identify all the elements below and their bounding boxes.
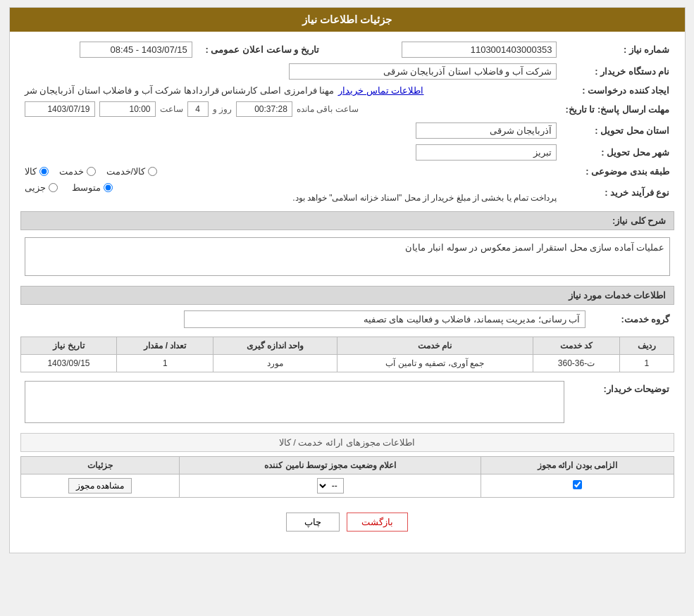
announce-date-label: تاریخ و ساعت اعلان عمومی :	[197, 39, 323, 61]
need-number-label: شماره نیاز :	[561, 39, 674, 61]
creator-value-cell: اطلاعات تماس خریدار مهنا فرامرزی اصلی کا…	[20, 82, 562, 99]
service-group-table: گروه خدمت: آب رسانی؛ مدیریت پسماند، فاضل…	[20, 308, 674, 331]
city-label: شهر محل تحویل :	[561, 142, 674, 163]
buyer-note-row: توضیحات خریدار:	[20, 378, 674, 426]
buyer-note-table: توضیحات خریدار:	[20, 378, 674, 426]
announce-date-input: 1403/07/15 - 08:45	[80, 42, 192, 58]
table-cell-code: ت-36-360	[533, 355, 619, 372]
service-group-row: گروه خدمت: آب رسانی؛ مدیریت پسماند، فاضل…	[20, 308, 674, 331]
col-row-num: ردیف	[620, 337, 674, 355]
days-input: 4	[187, 101, 209, 117]
need-desc-table: عملیات آماده سازی محل استقرار اسمز معکوس…	[20, 233, 674, 280]
services-section-header: اطلاعات خدمات مورد نیاز	[20, 286, 674, 305]
purchase-type-label-partial: جزیی	[25, 182, 46, 193]
page-title: جزئیات اطلاعات نیاز	[10, 8, 685, 32]
creator-label: ایجاد کننده درخواست :	[561, 82, 674, 99]
category-label-kala-khedmat: کالا/خدمت	[106, 166, 146, 177]
services-table-body: 1ت-36-360جمع آوری، تصفیه و تامین آبمورد1…	[20, 355, 674, 372]
buyer-org-row: نام دستگاه خریدار : شرکت آب و فاضلاب است…	[20, 61, 674, 82]
permits-table-header: الزامی بودن ارائه مجوز اعلام وضعیت مجوز …	[20, 457, 674, 474]
category-radio-kala-khedmat[interactable]	[148, 167, 157, 176]
category-label-kala: کالا	[25, 166, 37, 177]
announce-date-value-cell: 1403/07/15 - 08:45	[20, 39, 197, 61]
print-button[interactable]: چاپ	[286, 513, 340, 532]
col-unit: واحد اندازه گیری	[213, 337, 337, 355]
province-value-cell: آذربایجان شرقی	[20, 120, 562, 142]
back-button[interactable]: بازگشت	[347, 513, 408, 532]
view-permit-button[interactable]: مشاهده مجوز	[68, 478, 132, 494]
buyer-note-input[interactable]	[25, 381, 564, 423]
permit-required-cell	[481, 474, 674, 498]
city-input: تبریز	[416, 144, 557, 161]
col-service-name: نام خدمت	[337, 337, 533, 355]
purchase-type-radio-partial[interactable]	[49, 183, 58, 192]
response-date-input: 1403/07/19	[25, 101, 95, 117]
permits-table-body: --مشاهده مجوز	[20, 474, 674, 498]
purchase-note: پرداخت تمام یا بخشی از مبلغ خریدار از مح…	[25, 193, 557, 203]
bottom-buttons-area: بازگشت چاپ	[20, 502, 674, 546]
col-permit-details: جزئیات	[20, 457, 180, 474]
permits-table: الزامی بودن ارائه مجوز اعلام وضعیت مجوز …	[20, 456, 674, 498]
permit-status-cell: --	[180, 474, 481, 498]
category-radio-kala[interactable]	[39, 167, 49, 176]
content-area: شماره نیاز : 1103001403000353 تاریخ و سا…	[10, 32, 685, 553]
purchase-type-row: نوع فرآیند خرید : متوسط جزیی	[20, 180, 674, 206]
response-deadline-label: مهلت ارسال پاسخ: تا تاریخ:	[561, 99, 674, 120]
need-desc-section-header: شرح کلی نیاز:	[20, 211, 674, 230]
page-container: جزئیات اطلاعات نیاز شماره نیاز : 1103001…	[9, 7, 686, 553]
permit-status-select[interactable]: --	[317, 478, 344, 494]
creator-row: ایجاد کننده درخواست : اطلاعات تماس خریدا…	[20, 82, 674, 99]
province-input: آذربایجان شرقی	[416, 122, 557, 139]
category-option-2[interactable]: خدمت	[59, 166, 96, 177]
purchase-type-radio-medium[interactable]	[104, 183, 113, 192]
category-radio-group: کالا/خدمت خدمت کالا	[25, 166, 557, 177]
response-deadline-value-cell: ساعت باقی مانده 00:37:28 روز و 4 ساعت 10…	[20, 99, 562, 120]
purchase-type-option-2[interactable]: متوسط	[72, 182, 113, 193]
col-permit-status: اعلام وضعیت مجوز توسط نامین کننده	[180, 457, 481, 474]
service-group-value-cell: آب رسانی؛ مدیریت پسماند، فاضلاب و فعالیت…	[20, 308, 590, 331]
need-number-value-cell: 1103001403000353	[323, 39, 562, 61]
service-group-label: گروه خدمت:	[590, 308, 674, 331]
creator-name: مهنا فرامرزی اصلی کارشناس قراردادها شرکت…	[25, 85, 335, 96]
time-input: 10:00	[99, 101, 156, 117]
services-header-row: ردیف کد خدمت نام خدمت واحد اندازه گیری ت…	[20, 337, 674, 355]
province-label: استان محل تحویل :	[561, 120, 674, 142]
table-cell-unit: مورد	[213, 355, 337, 372]
services-table: ردیف کد خدمت نام خدمت واحد اندازه گیری ت…	[20, 337, 674, 372]
permits-row: --مشاهده مجوز	[20, 474, 674, 498]
purchase-type-label-medium: متوسط	[72, 182, 101, 193]
col-qty: تعداد / مقدار	[117, 337, 213, 355]
permits-header-row: الزامی بودن ارائه مجوز اعلام وضعیت مجوز …	[20, 457, 674, 474]
permits-title-bar: اطلاعات مجوزهای ارائه خدمت / کالا	[20, 433, 674, 452]
need-number-row: شماره نیاز : 1103001403000353 تاریخ و سا…	[20, 39, 674, 61]
purchase-type-option-1[interactable]: جزیی	[25, 182, 58, 193]
buyer-org-label: نام دستگاه خریدار :	[561, 61, 674, 82]
col-permit-required: الزامی بودن ارائه مجوز	[481, 457, 674, 474]
category-label-khedmat: خدمت	[59, 166, 84, 177]
buyer-org-input: شرکت آب و فاضلاب استان آذربایجان شرقی	[289, 63, 557, 80]
col-date: تاریخ نیاز	[20, 337, 117, 355]
need-desc-textarea[interactable]: عملیات آماده سازی محل استقرار اسمز معکوس…	[25, 237, 670, 276]
category-option-3[interactable]: کالا/خدمت	[106, 166, 158, 177]
category-radio-khedmat[interactable]	[87, 167, 96, 176]
purchase-type-radio-group: متوسط جزیی	[25, 182, 557, 193]
buyer-note-label: توضیحات خریدار:	[569, 378, 674, 426]
service-group-input: آب رسانی؛ مدیریت پسماند، فاضلاب و فعالیت…	[184, 310, 585, 328]
table-cell-qty: 1	[117, 355, 213, 372]
category-option-1[interactable]: کالا	[25, 166, 49, 177]
province-row: استان محل تحویل : آذربایجان شرقی	[20, 120, 674, 142]
purchase-type-value-cell: متوسط جزیی پرداخت تمام یا بخشی از مبلغ خ…	[20, 180, 562, 206]
time-label: ساعت	[160, 104, 183, 114]
creator-contact-link[interactable]: اطلاعات تماس خریدار	[338, 85, 423, 96]
col-service-code: کد خدمت	[533, 337, 619, 355]
permit-required-checkbox[interactable]	[573, 480, 582, 489]
need-number-input: 1103001403000353	[402, 42, 557, 58]
table-cell-row: 1	[620, 355, 674, 372]
purchase-type-label: نوع فرآیند خرید :	[561, 180, 674, 206]
table-cell-name: جمع آوری، تصفیه و تامین آب	[337, 355, 533, 372]
buyer-note-value-cell	[20, 378, 569, 426]
category-value-cell: کالا/خدمت خدمت کالا	[20, 163, 562, 180]
table-row: 1ت-36-360جمع آوری، تصفیه و تامین آبمورد1…	[20, 355, 674, 372]
need-desc-cell: عملیات آماده سازی محل استقرار اسمز معکوس…	[22, 234, 673, 279]
need-desc-row: عملیات آماده سازی محل استقرار اسمز معکوس…	[22, 234, 673, 279]
